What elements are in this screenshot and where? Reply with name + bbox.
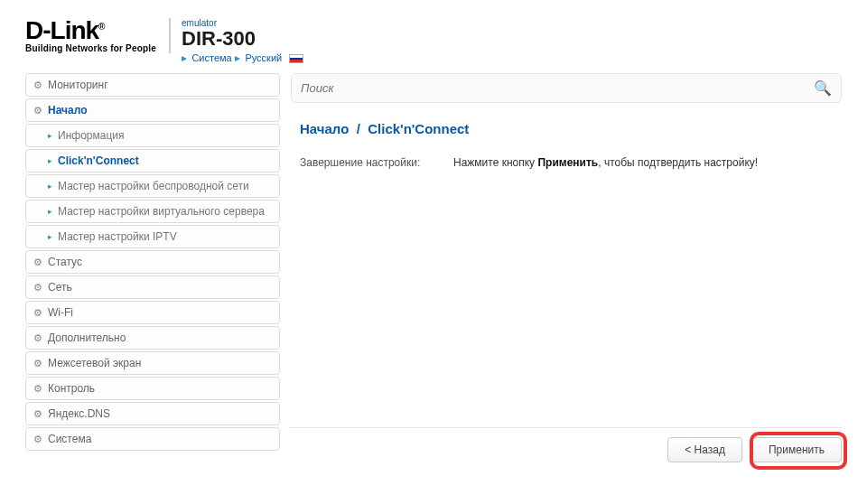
sidebar-sub-label: Мастер настройки виртуального сервера: [58, 205, 265, 218]
gear-icon: ⚙: [33, 358, 42, 369]
apply-button[interactable]: Применить: [751, 437, 842, 462]
sidebar-item-firewall[interactable]: ⚙ Межсетевой экран: [25, 351, 280, 375]
sidebar-item-label: Мониторинг: [48, 79, 108, 91]
sidebar-item-label: Дополнительно: [48, 331, 126, 344]
gear-icon: ⚙: [33, 408, 42, 420]
sidebar-sub-information[interactable]: ▸ Информация: [25, 124, 280, 147]
sidebar-item-system[interactable]: ⚙ Система: [25, 427, 280, 451]
back-button[interactable]: < Назад: [667, 437, 742, 462]
gear-icon: ⚙: [33, 332, 42, 344]
sidebar-item-start[interactable]: ⚙ Начало: [25, 98, 280, 122]
gear-icon: ⚙: [33, 282, 42, 294]
chevron-right-icon: ▸: [182, 51, 187, 64]
sidebar-item-label: Wi-Fi: [48, 306, 73, 319]
gear-icon: ⚙: [33, 307, 42, 319]
crumb-system[interactable]: Система: [191, 52, 231, 63]
sidebar-sub-label: Мастер настройки беспроводной сети: [58, 180, 249, 192]
breadcrumb-sep: /: [357, 121, 360, 136]
sidebar-item-label: Сеть: [48, 281, 72, 294]
logo-text: D-Link®: [25, 18, 156, 43]
main: 🔍 Начало / Click'n'Connect Завершение на…: [291, 73, 842, 169]
sidebar-item-label: Контроль: [48, 382, 95, 395]
sidebar-item-label: Яндекс.DNS: [48, 407, 110, 420]
sidebar-sub-clicknconnect[interactable]: ▸ Click'n'Connect: [25, 149, 280, 173]
chevron-right-icon: ▸: [48, 207, 52, 216]
footer-buttons: < Назад Применить: [289, 427, 842, 462]
sidebar-item-control[interactable]: ⚙ Контроль: [25, 377, 280, 400]
chevron-right-icon: ▸: [235, 51, 240, 64]
search-input[interactable]: [301, 81, 814, 95]
chevron-right-icon: ▸: [48, 182, 52, 191]
chevron-right-icon: ▸: [48, 156, 52, 165]
sidebar-item-advanced[interactable]: ⚙ Дополнительно: [25, 326, 280, 350]
flag-ru-icon: [289, 54, 303, 63]
sidebar-sub-wireless-wizard[interactable]: ▸ Мастер настройки беспроводной сети: [25, 174, 280, 198]
sidebar-item-yandexdns[interactable]: ⚙ Яндекс.DNS: [25, 402, 280, 425]
info-text-pre: Нажмите кнопку: [453, 156, 537, 169]
sidebar-sub-label: Click'n'Connect: [58, 154, 139, 167]
sidebar-item-status[interactable]: ⚙ Статус: [25, 250, 280, 274]
logo-block: D-Link® Building Networks for People: [25, 18, 171, 53]
logo-tagline: Building Networks for People: [25, 43, 156, 53]
crumb-language[interactable]: Русский: [245, 52, 282, 63]
header: D-Link® Building Networks for People emu…: [25, 18, 842, 64]
breadcrumb-page: Click'n'Connect: [368, 121, 469, 136]
breadcrumb: Начало / Click'n'Connect: [300, 121, 833, 136]
sidebar-sub-iptv-wizard[interactable]: ▸ Мастер настройки IPTV: [25, 225, 280, 248]
breadcrumb-root[interactable]: Начало: [300, 121, 349, 136]
gear-icon: ⚙: [33, 79, 42, 91]
info-text-bold: Применить: [537, 156, 598, 169]
info-row-value: Нажмите кнопку Применить, чтобы подтверд…: [453, 156, 833, 169]
info-row: Завершение настройки: Нажмите кнопку При…: [300, 156, 833, 169]
search-icon[interactable]: 🔍: [814, 79, 832, 97]
model-name: DIR-300: [182, 28, 303, 50]
gear-icon: ⚙: [33, 257, 42, 268]
gear-icon: ⚙: [33, 434, 42, 445]
sidebar-item-monitoring[interactable]: ⚙ Мониторинг: [25, 73, 280, 97]
info-text-post: , чтобы подтвердить настройку!: [598, 156, 758, 169]
gear-icon: ⚙: [33, 105, 42, 117]
chevron-right-icon: ▸: [48, 131, 52, 140]
search-bar[interactable]: 🔍: [291, 73, 842, 103]
sidebar-sub-label: Мастер настройки IPTV: [58, 230, 177, 243]
sidebar-item-label: Начало: [48, 104, 87, 117]
sidebar-item-wifi[interactable]: ⚙ Wi-Fi: [25, 301, 280, 324]
info-row-label: Завершение настройки:: [300, 156, 453, 169]
sidebar-item-label: Система: [48, 433, 91, 445]
sidebar-sub-vserver-wizard[interactable]: ▸ Мастер настройки виртуального сервера: [25, 200, 280, 223]
chevron-right-icon: ▸: [48, 232, 52, 241]
header-crumbs: ▸ Система ▸ Русский: [182, 51, 303, 64]
logo-main: D-Link: [25, 16, 98, 44]
sidebar-item-label: Статус: [48, 256, 82, 268]
sidebar-item-network[interactable]: ⚙ Сеть: [25, 275, 280, 299]
sidebar: ⚙ Мониторинг ⚙ Начало ▸ Информация ▸ Cli…: [25, 73, 280, 453]
sidebar-sub-label: Информация: [58, 129, 124, 142]
title-block: emulator DIR-300 ▸ Система ▸ Русский: [182, 18, 303, 64]
gear-icon: ⚙: [33, 383, 42, 395]
content: Начало / Click'n'Connect Завершение наст…: [291, 103, 842, 169]
sidebar-item-label: Межсетевой экран: [48, 357, 141, 369]
